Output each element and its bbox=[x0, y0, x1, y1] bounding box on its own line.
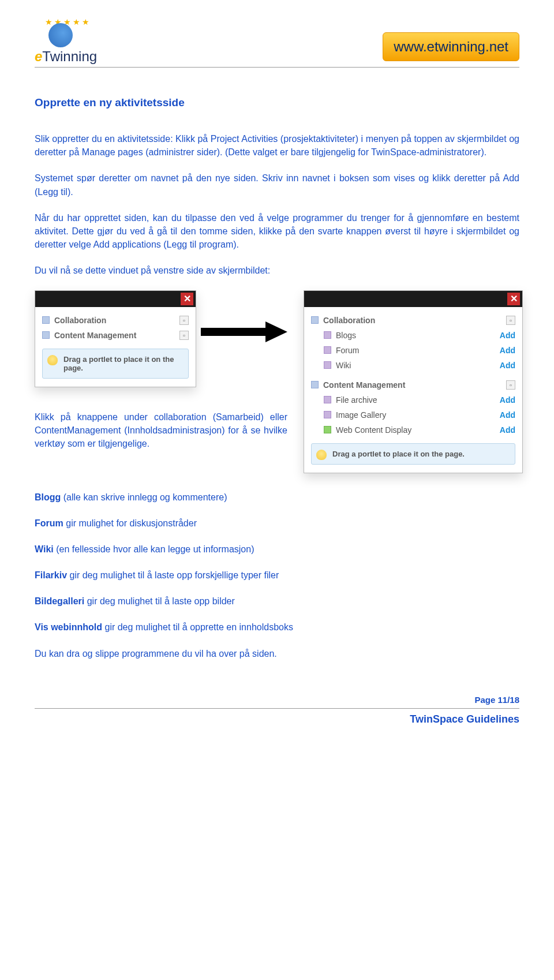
add-button[interactable]: Add bbox=[500, 425, 515, 435]
close-icon[interactable]: ✕ bbox=[181, 293, 193, 305]
page-footer: Page 11/18 TwinSpace Guidelines bbox=[35, 695, 519, 725]
tip-box: Drag a portlet to place it on the page. bbox=[42, 349, 189, 379]
add-button[interactable]: Add bbox=[500, 361, 515, 370]
category-label: Content Management bbox=[54, 331, 136, 340]
portlet-icon bbox=[324, 411, 331, 418]
paragraph-2: Systemet spør deretter om navnet på den … bbox=[35, 171, 519, 198]
desc-forum: Forum gir mulighet for diskusjonstråder bbox=[35, 517, 519, 530]
portlet-forum: Forum Add bbox=[311, 343, 515, 358]
portlet-blogs: Blogs Add bbox=[311, 328, 515, 343]
portlet-label: File archive bbox=[336, 395, 377, 405]
desc-wiki: Wiki (en fellesside hvor alle kan legge … bbox=[35, 543, 519, 556]
page-number: Page 11/18 bbox=[35, 695, 519, 705]
logo-e: e bbox=[35, 48, 42, 64]
portlet-icon bbox=[324, 396, 331, 403]
term: Filarkiv bbox=[35, 570, 67, 580]
desc-filearchive: Filarkiv gir deg mulighet til å laste op… bbox=[35, 568, 519, 582]
category-content-management[interactable]: Content Management ▫ bbox=[311, 377, 515, 392]
panel-titlebar: ✕ bbox=[35, 291, 196, 307]
expand-icon[interactable]: ▫ bbox=[179, 331, 189, 340]
term: Bildegalleri bbox=[35, 596, 84, 606]
close-icon[interactable]: ✕ bbox=[507, 293, 520, 305]
portlet-wiki: Wiki Add bbox=[311, 358, 515, 373]
collapse-icon[interactable]: ▫ bbox=[506, 316, 515, 325]
portlet-web-content-display: Web Content Display Add bbox=[311, 422, 515, 437]
footer-title: TwinSpace Guidelines bbox=[35, 713, 519, 725]
term-desc: gir deg mulighet til å laste opp bilder bbox=[84, 596, 235, 606]
document-header: ★ ★ ★ ★ ★ eTwinning www.etwinning.net bbox=[35, 17, 519, 68]
category-label: Collaboration bbox=[323, 316, 375, 325]
tip-box: Drag a portlet to place it on the page. bbox=[311, 443, 515, 465]
portlet-label: Web Content Display bbox=[336, 425, 411, 435]
logo-rest: Twinning bbox=[42, 48, 97, 64]
portlet-panel-collapsed: ✕ Collaboration ▫ bbox=[35, 290, 196, 387]
add-button[interactable]: Add bbox=[500, 346, 515, 355]
figures-row: ✕ Collaboration ▫ bbox=[35, 290, 519, 473]
category-icon bbox=[311, 381, 319, 388]
term: Vis webinnhold bbox=[35, 622, 102, 632]
term: Forum bbox=[35, 518, 63, 528]
star-icon: ★ bbox=[73, 17, 80, 27]
portlet-label: Blogs bbox=[336, 331, 356, 340]
term: Blogg bbox=[35, 492, 61, 502]
page-title: Opprette en ny aktivitetsside bbox=[35, 96, 519, 109]
tip-text: Drag a portlet to place it on the page. bbox=[63, 355, 174, 372]
bulb-icon bbox=[47, 355, 58, 365]
category-icon bbox=[311, 316, 319, 324]
collapse-icon[interactable]: ▫ bbox=[506, 380, 515, 390]
portlet-panel-expanded: ✕ Collaboration ▫ Blogs Add bbox=[304, 290, 523, 473]
logo-text: eTwinning bbox=[35, 48, 97, 65]
paragraph-3: Når du har opprettet siden, kan du tilpa… bbox=[35, 211, 519, 252]
expand-icon[interactable]: ▫ bbox=[179, 316, 189, 325]
category-label: Content Management bbox=[323, 380, 405, 390]
portlet-image-gallery: Image Gallery Add bbox=[311, 407, 515, 422]
category-collaboration[interactable]: Collaboration ▫ bbox=[311, 313, 515, 328]
star-icon: ★ bbox=[45, 17, 53, 27]
category-collaboration[interactable]: Collaboration ▫ bbox=[42, 313, 189, 328]
term-desc: gir deg mulighet til å laste opp forskje… bbox=[67, 570, 279, 580]
category-icon bbox=[42, 316, 50, 324]
category-icon bbox=[42, 331, 50, 339]
category-label: Collaboration bbox=[54, 316, 106, 325]
term-desc: (en fellesside hvor alle kan legge ut in… bbox=[54, 544, 254, 554]
tip-text: Drag a portlet to place it on the page. bbox=[332, 450, 465, 458]
desc-blog: Blogg (alle kan skrive innlegg og kommen… bbox=[35, 491, 519, 504]
star-icon: ★ bbox=[82, 17, 89, 27]
term-desc: (alle kan skrive innlegg og kommentere) bbox=[61, 492, 227, 502]
paragraph-1: Slik oppretter du en aktivitetsside: Kli… bbox=[35, 132, 519, 159]
term-desc: gir mulighet for diskusjonstråder bbox=[63, 518, 197, 528]
portlet-label: Forum bbox=[336, 346, 359, 355]
portlet-label: Image Gallery bbox=[336, 410, 386, 420]
bulb-icon bbox=[316, 450, 327, 460]
add-button[interactable]: Add bbox=[500, 331, 515, 340]
desc-image-gallery: Bildegalleri gir deg mulighet til å last… bbox=[35, 594, 519, 608]
desc-drag: Du kan dra og slippe programmene du vil … bbox=[35, 647, 519, 660]
portlet-icon bbox=[324, 331, 331, 339]
add-button[interactable]: Add bbox=[500, 395, 515, 405]
portlet-file-archive: File archive Add bbox=[311, 392, 515, 407]
portlet-icon bbox=[324, 361, 331, 369]
paragraph-4: Du vil nå se dette vinduet på venstre si… bbox=[35, 264, 519, 277]
term: Wiki bbox=[35, 544, 54, 554]
panel-titlebar: ✕ bbox=[304, 291, 522, 307]
category-content-management[interactable]: Content Management ▫ bbox=[42, 328, 189, 343]
paragraph-5: Klikk på knappene under collaboration (S… bbox=[35, 410, 287, 451]
portlet-label: Wiki bbox=[336, 361, 351, 370]
portlet-icon bbox=[324, 346, 331, 354]
add-button[interactable]: Add bbox=[500, 410, 515, 420]
desc-web-content: Vis webinnhold gir deg mulighet til å op… bbox=[35, 620, 519, 634]
term-desc: gir deg mulighet til å opprette en innho… bbox=[102, 622, 293, 632]
portlet-icon bbox=[324, 426, 331, 433]
logo-people-icon bbox=[48, 23, 73, 47]
site-url-badge: www.etwinning.net bbox=[383, 32, 519, 61]
etwinning-logo: ★ ★ ★ ★ ★ eTwinning bbox=[35, 17, 97, 65]
arrow-icon bbox=[201, 325, 287, 339]
